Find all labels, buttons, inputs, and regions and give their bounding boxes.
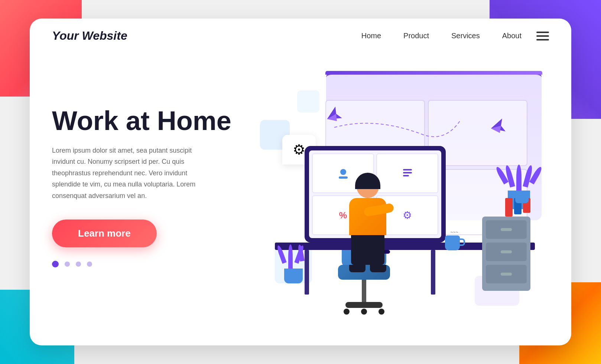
hamburger-menu[interactable] bbox=[536, 32, 549, 40]
pagination-dots bbox=[52, 261, 238, 267]
nav-about[interactable]: About bbox=[502, 32, 522, 40]
dot-4[interactable] bbox=[87, 261, 92, 267]
person-feet bbox=[349, 265, 386, 272]
person-illustration bbox=[349, 176, 386, 272]
book-1 bbox=[505, 198, 513, 217]
hamburger-line-2 bbox=[536, 35, 549, 37]
person-foot-left bbox=[349, 265, 366, 272]
svg-rect-7 bbox=[403, 172, 412, 173]
chair-base bbox=[345, 302, 383, 308]
coffee-mug: ~~~ bbox=[445, 230, 464, 248]
hero-title: Work at Home bbox=[52, 106, 238, 136]
hero-description: Lorem ipsum dolor sit amet, sea putant s… bbox=[52, 145, 215, 202]
cabinet-drawer-3 bbox=[486, 265, 527, 283]
float-square-2 bbox=[297, 90, 319, 113]
hero-section: Work at Home Lorem ipsum dolor sit amet,… bbox=[30, 53, 571, 328]
cabinet-drawer-2 bbox=[486, 243, 527, 261]
person-legs bbox=[351, 235, 384, 265]
dot-1[interactable] bbox=[52, 261, 59, 267]
cup-on-cabinet bbox=[515, 191, 529, 203]
navbar: Your Website Home Product Services About bbox=[30, 19, 571, 53]
svg-rect-6 bbox=[403, 169, 412, 170]
person-head bbox=[357, 176, 379, 198]
gear-icon: ⚙ bbox=[293, 142, 305, 158]
filing-cabinet bbox=[482, 217, 530, 291]
leaf-2 bbox=[288, 244, 293, 269]
nav-services[interactable]: Services bbox=[451, 32, 480, 40]
wheel-3 bbox=[379, 309, 384, 315]
svg-rect-8 bbox=[403, 175, 409, 176]
desk-leg-left bbox=[305, 250, 309, 295]
chair-wheels bbox=[338, 309, 390, 315]
nav-product[interactable]: Product bbox=[403, 32, 429, 40]
mug-handle bbox=[460, 238, 465, 246]
hero-left: Work at Home Lorem ipsum dolor sit amet,… bbox=[52, 106, 238, 267]
plant-left-pot bbox=[284, 269, 303, 283]
svg-point-4 bbox=[340, 169, 346, 175]
plant-left bbox=[282, 244, 305, 283]
dot-2[interactable] bbox=[65, 261, 70, 267]
monitor-gear-icon: ⚙ bbox=[403, 209, 412, 221]
desk-leg-right bbox=[431, 250, 435, 295]
main-card: Your Website Home Product Services About… bbox=[30, 19, 571, 345]
mug-body bbox=[445, 235, 460, 250]
hamburger-line-1 bbox=[536, 32, 549, 33]
leaf-r-4 bbox=[523, 165, 533, 188]
wheel-1 bbox=[344, 309, 350, 315]
hero-illustration: ⚙ bbox=[253, 61, 549, 313]
site-logo[interactable]: Your Website bbox=[52, 29, 127, 43]
chair-pole bbox=[362, 280, 366, 302]
cabinet-drawer-1 bbox=[486, 220, 527, 239]
plant-left-leaves bbox=[282, 244, 305, 269]
leaf-r-3 bbox=[516, 165, 522, 191]
window-top-bar bbox=[325, 71, 542, 75]
wheel-2 bbox=[361, 309, 367, 315]
person-body bbox=[349, 198, 386, 235]
plant-right-leaves bbox=[504, 165, 534, 191]
svg-rect-5 bbox=[339, 176, 348, 179]
person-foot-right bbox=[370, 265, 386, 272]
nav-home[interactable]: Home bbox=[361, 32, 381, 40]
nav-links: Home Product Services About bbox=[361, 32, 522, 40]
leaf-r-2 bbox=[504, 165, 515, 188]
learn-more-button[interactable]: Learn more bbox=[52, 220, 157, 247]
dot-3[interactable] bbox=[76, 261, 81, 267]
hamburger-line-3 bbox=[536, 39, 549, 40]
